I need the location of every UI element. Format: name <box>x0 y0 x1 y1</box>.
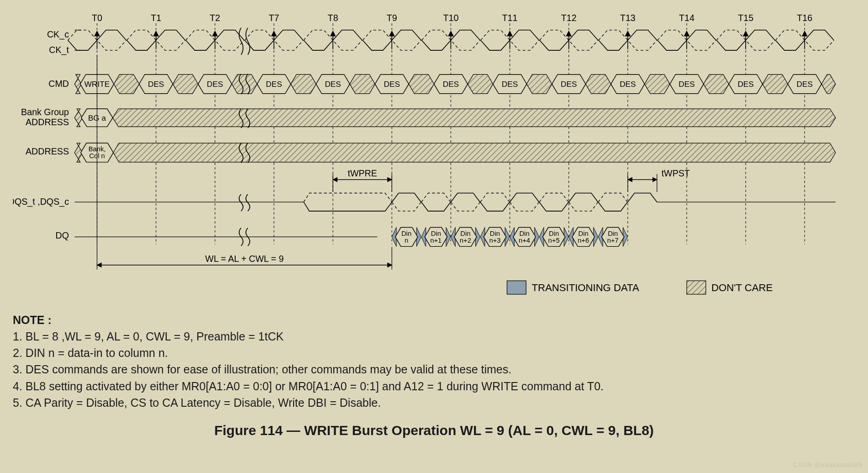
svg-text:T16: T16 <box>797 13 812 23</box>
svg-text:T8: T8 <box>328 13 338 23</box>
notes-header: NOTE <box>13 314 44 326</box>
svg-text:T9: T9 <box>387 13 397 23</box>
svg-text:DES: DES <box>148 80 164 89</box>
svg-text:DES: DES <box>561 80 577 89</box>
svg-text:T1: T1 <box>151 13 161 23</box>
svg-text:Dinn+2: Dinn+2 <box>460 230 471 244</box>
svg-text:WL = AL + CWL = 9: WL = AL + CWL = 9 <box>205 254 284 264</box>
timing-diagram: T0T1T2T7T8T9T10T11T12T13T14T15T16 CK_c C… <box>13 11 855 303</box>
svg-rect-84 <box>687 281 706 294</box>
svg-text:DES: DES <box>443 80 459 89</box>
svg-text:DES: DES <box>502 80 518 89</box>
svg-text:T10: T10 <box>443 13 458 23</box>
row-label-ckc: CK_c <box>47 29 69 40</box>
svg-text:DES: DES <box>207 80 223 89</box>
svg-text:DES: DES <box>384 80 400 89</box>
svg-text:DES: DES <box>679 80 694 89</box>
note-line: 4. BL8 setting activated by either MR0[A… <box>13 380 604 393</box>
svg-text:T14: T14 <box>679 13 694 23</box>
svg-text:Dinn+1: Dinn+1 <box>430 230 442 244</box>
note-line: 5. CA Parity = Disable, CS to CA Latency… <box>13 396 381 409</box>
svg-text:Dinn+7: Dinn+7 <box>607 230 619 244</box>
svg-text:DES: DES <box>266 80 282 89</box>
figure-title: Figure 114 — WRITE Burst Operation WL = … <box>13 423 855 438</box>
svg-text:DES: DES <box>325 80 341 89</box>
svg-text:T15: T15 <box>738 13 753 23</box>
svg-text:DES: DES <box>797 80 813 89</box>
svg-text:DES: DES <box>737 80 753 89</box>
svg-text:T7: T7 <box>268 13 279 23</box>
svg-text:T2: T2 <box>210 13 220 23</box>
svg-text:tWPST: tWPST <box>662 168 690 178</box>
svg-text:DON'T CARE: DON'T CARE <box>711 282 773 293</box>
row-label-dq: DQ <box>56 230 69 240</box>
notes-block: NOTE : 1. BL = 8 ,WL = 9, AL = 0, CWL = … <box>13 312 855 411</box>
svg-text:Dinn+5: Dinn+5 <box>548 230 560 244</box>
svg-text:tWPRE: tWPRE <box>347 168 377 178</box>
svg-text:T0: T0 <box>92 13 102 23</box>
svg-text:Dinn+6: Dinn+6 <box>578 230 589 244</box>
svg-text:T11: T11 <box>502 13 518 23</box>
row-label-bg: Bank GroupADDRESS <box>21 107 69 127</box>
svg-text:T13: T13 <box>620 13 636 23</box>
svg-text:Dinn+4: Dinn+4 <box>519 230 530 244</box>
svg-text:T12: T12 <box>561 13 577 23</box>
row-label-addr: ADDRESS <box>26 146 69 156</box>
svg-text:TRANSITIONING DATA: TRANSITIONING DATA <box>532 282 639 293</box>
row-label-ckt: CK_t <box>49 45 69 55</box>
svg-text:Dinn+3: Dinn+3 <box>489 230 500 244</box>
note-line: 1. BL = 8 ,WL = 9, AL = 0, CWL = 9, Prea… <box>13 330 284 343</box>
row-label-cmd: CMD <box>48 79 69 89</box>
row-label-dqs: DQS_t ,DQS_c <box>13 197 69 207</box>
note-line: 2. DIN n = data-in to column n. <box>13 346 168 359</box>
svg-rect-82 <box>507 281 526 294</box>
svg-text:DES: DES <box>620 80 636 89</box>
note-line: 3. DES commands are shown for ease of il… <box>13 363 511 376</box>
